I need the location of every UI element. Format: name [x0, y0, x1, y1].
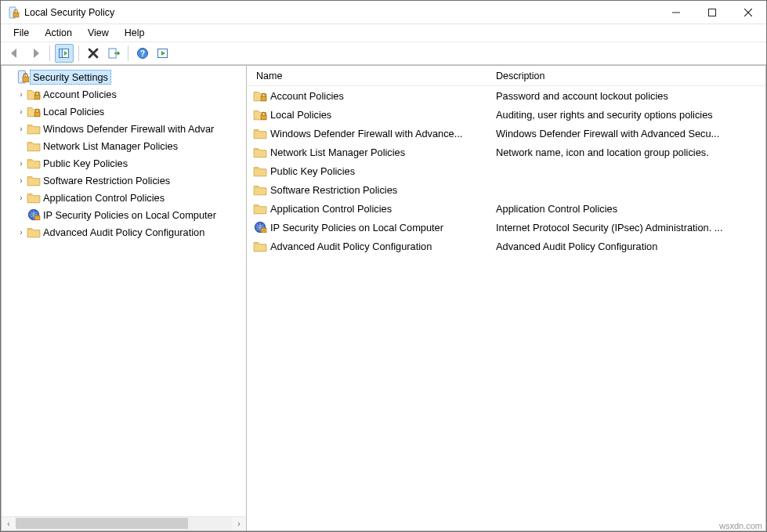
- tree-item-label: Software Restriction Policies: [41, 174, 172, 187]
- show-hide-tree-button[interactable]: [55, 44, 74, 63]
- list-item-name: IP Security Policies on Local Computer: [267, 222, 491, 233]
- list-item-ip-security[interactable]: IP Security Policies on Local Computer I…: [247, 218, 765, 237]
- scroll-left-arrow[interactable]: ‹: [2, 517, 16, 531]
- tree-body: Security Settings › Account Policies › L…: [2, 66, 246, 516]
- column-header-name[interactable]: Name: [247, 71, 491, 81]
- list-item-public-key[interactable]: Public Key Policies: [247, 161, 765, 180]
- list-header: Name Description: [247, 66, 765, 86]
- list-item-windows-firewall[interactable]: Windows Defender Firewall with Advance..…: [247, 124, 765, 143]
- tree-item-label: Advanced Audit Policy Configuration: [41, 226, 207, 239]
- list-item-network-list[interactable]: Network List Manager Policies Network na…: [247, 143, 765, 161]
- watermark: wsxdn.com: [719, 521, 762, 530]
- folder-lock-icon: [253, 89, 267, 102]
- help-button[interactable]: ?: [133, 44, 152, 63]
- tree-item-local-policies[interactable]: › Local Policies: [2, 103, 246, 120]
- scroll-right-arrow[interactable]: ›: [232, 517, 246, 531]
- svg-rect-6: [709, 9, 716, 16]
- list-item-description: Application Control Policies: [491, 203, 765, 215]
- list-item-description: Internet Protocol Security (IPsec) Admin…: [491, 222, 765, 233]
- folder-icon: [253, 127, 267, 139]
- tree-item-label: Windows Defender Firewall with Advar: [41, 122, 216, 136]
- folder-icon: [253, 165, 267, 177]
- folder-icon: [253, 146, 267, 158]
- tree-item-software-restriction[interactable]: › Software Restriction Policies: [2, 172, 246, 189]
- list-item-description: Password and account lockout policies: [491, 90, 765, 102]
- svg-text:?: ?: [140, 49, 145, 58]
- tree-item-public-key[interactable]: › Public Key Policies: [2, 154, 246, 172]
- list-item-name: Public Key Policies: [267, 165, 491, 177]
- menu-bar: File Action View Help: [1, 24, 766, 42]
- list-item-software-restriction[interactable]: Software Restriction Policies: [247, 180, 765, 199]
- list-item-description: Windows Defender Firewall with Advanced …: [491, 128, 765, 139]
- export-list-button[interactable]: [104, 44, 123, 63]
- delete-button[interactable]: [84, 44, 103, 63]
- tree-horizontal-scrollbar[interactable]: ‹ ›: [2, 516, 246, 530]
- tree-item-account-policies[interactable]: › Account Policies: [2, 85, 246, 103]
- forward-button[interactable]: [26, 44, 45, 63]
- list-item-advanced-audit[interactable]: Advanced Audit Policy Configuration Adva…: [247, 237, 765, 255]
- tree-root-security-settings[interactable]: Security Settings: [2, 68, 246, 85]
- list-item-name: Account Policies: [267, 90, 491, 102]
- chevron-right-icon[interactable]: ›: [16, 159, 27, 168]
- refresh-button[interactable]: [154, 44, 172, 63]
- folder-icon: [253, 202, 267, 215]
- menu-file[interactable]: File: [5, 26, 37, 40]
- folder-icon: [27, 191, 41, 204]
- list-item-description: Auditing, user rights and security optio…: [491, 109, 765, 121]
- chevron-right-icon[interactable]: ›: [16, 176, 27, 185]
- security-settings-icon: [16, 71, 30, 83]
- chevron-right-icon[interactable]: ›: [16, 125, 27, 133]
- folder-icon: [27, 226, 41, 238]
- tree-item-label: Network List Manager Policies: [41, 139, 180, 153]
- maximize-button[interactable]: [694, 1, 730, 24]
- tree-item-label: Public Key Policies: [41, 157, 130, 170]
- list-item-name: Network List Manager Policies: [267, 147, 491, 158]
- tree-item-advanced-audit[interactable]: › Advanced Audit Policy Configuration: [2, 223, 246, 241]
- list-item-account-policies[interactable]: Account Policies Password and account lo…: [247, 86, 765, 105]
- title-bar: Local Security Policy: [1, 1, 766, 24]
- folder-icon: [253, 183, 267, 196]
- tree-item-label: Application Control Policies: [41, 191, 167, 204]
- menu-help[interactable]: Help: [117, 26, 153, 40]
- back-button[interactable]: [5, 44, 24, 63]
- chevron-right-icon[interactable]: ›: [16, 228, 27, 237]
- list-item-description: Network name, icon and location group po…: [491, 147, 765, 158]
- folder-icon: [253, 240, 267, 252]
- list-body: Account Policies Password and account lo…: [247, 86, 765, 530]
- menu-view[interactable]: View: [80, 26, 117, 40]
- list-item-name: Application Control Policies: [267, 203, 491, 215]
- list-item-application-control[interactable]: Application Control Policies Application…: [247, 199, 765, 218]
- list-pane: Name Description Account Policies Passwo…: [247, 65, 766, 531]
- chevron-right-icon[interactable]: ›: [16, 107, 27, 116]
- menu-action[interactable]: Action: [37, 26, 80, 40]
- chevron-right-icon[interactable]: ›: [16, 194, 27, 202]
- toolbar-separator: [78, 45, 79, 61]
- chevron-right-icon[interactable]: ›: [16, 90, 27, 99]
- list-item-name: Windows Defender Firewall with Advance..…: [267, 128, 491, 139]
- app-window: Local Security Policy File Action View H…: [0, 0, 767, 532]
- close-button[interactable]: [730, 1, 766, 24]
- tree-item-ip-security[interactable]: › IP Security Policies on Local Computer: [2, 206, 246, 223]
- tree-item-network-list[interactable]: › Network List Manager Policies: [2, 137, 246, 154]
- list-item-name: Local Policies: [267, 109, 491, 121]
- list-item-local-policies[interactable]: Local Policies Auditing, user rights and…: [247, 105, 765, 124]
- minimize-button[interactable]: [658, 1, 694, 24]
- tree-item-label: IP Security Policies on Local Computer: [41, 208, 219, 222]
- tree-item-label: Account Policies: [41, 88, 119, 101]
- column-header-description[interactable]: Description: [491, 71, 765, 81]
- tree-item-application-control[interactable]: › Application Control Policies: [2, 189, 246, 206]
- window-title: Local Security Policy: [24, 7, 114, 18]
- folder-icon: [27, 139, 41, 152]
- tree-item-windows-firewall[interactable]: › Windows Defender Firewall with Advar: [2, 120, 246, 137]
- list-item-name: Advanced Audit Policy Configuration: [267, 241, 491, 252]
- list-item-description: Advanced Audit Policy Configuration: [491, 241, 765, 252]
- folder-icon: [27, 174, 41, 186]
- toolbar-separator: [49, 45, 50, 61]
- content-area: Security Settings › Account Policies › L…: [1, 65, 766, 531]
- toolbar: ?: [1, 42, 766, 65]
- scroll-track[interactable]: [16, 517, 232, 531]
- svg-rect-10: [60, 49, 63, 58]
- scroll-thumb[interactable]: [16, 518, 188, 529]
- list-item-name: Software Restriction Policies: [267, 184, 491, 196]
- folder-lock-icon: [253, 108, 267, 121]
